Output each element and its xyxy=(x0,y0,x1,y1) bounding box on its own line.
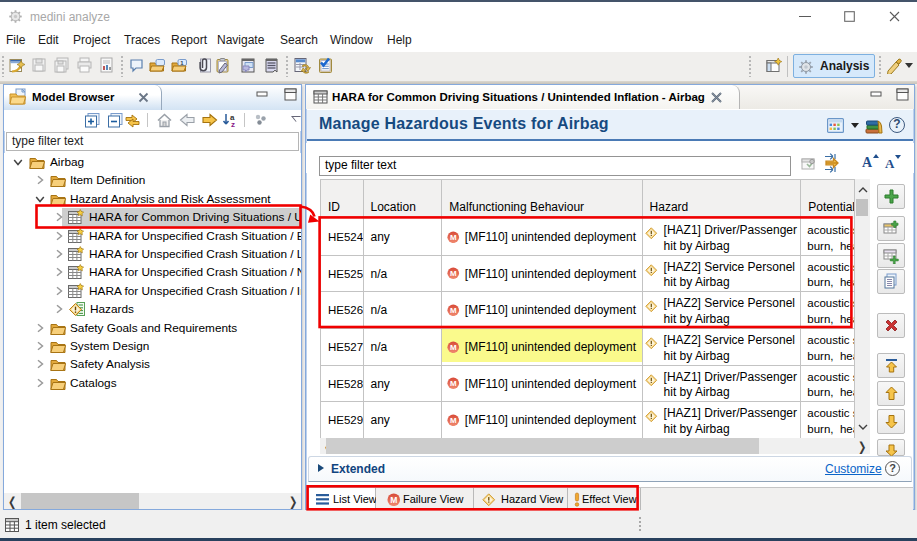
svg-text:z: z xyxy=(231,120,235,129)
